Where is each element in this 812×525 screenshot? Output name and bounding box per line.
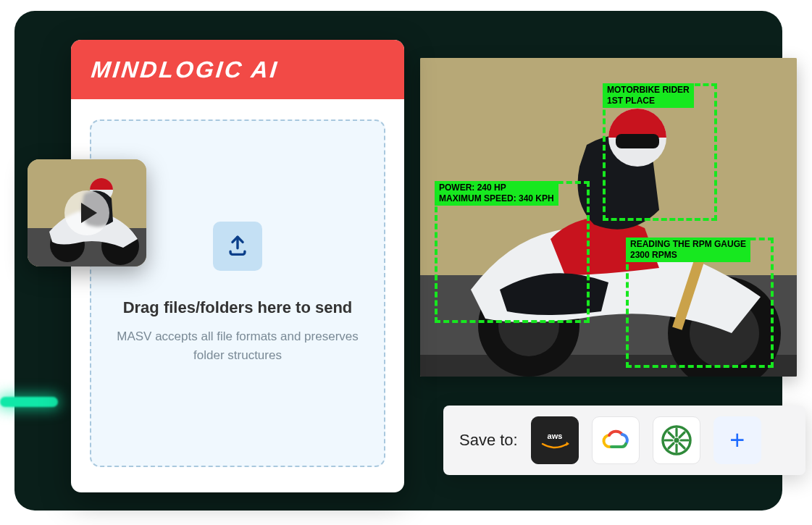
plus-icon: + — [729, 427, 745, 453]
svg-text:aws: aws — [547, 432, 562, 440]
dropzone-subtitle: MASV accepts all file formats and preser… — [113, 327, 362, 366]
cloud-provider-wasabi[interactable] — [653, 416, 700, 464]
add-provider-button[interactable]: + — [713, 416, 761, 464]
upload-card-body: Drag files/folders here to send MASV acc… — [71, 99, 404, 487]
upload-card-header: MINDLOGIC AI — [71, 40, 404, 99]
dropzone-title: Drag files/folders here to send — [123, 298, 353, 317]
video-thumbnail[interactable] — [28, 159, 146, 266]
detection-label-rpm: READING THE RPM GAUGE 2300 RPMS — [626, 238, 750, 262]
upload-icon-button[interactable] — [213, 222, 262, 271]
play-icon — [81, 203, 97, 223]
aws-icon: aws — [538, 429, 572, 451]
play-button[interactable] — [64, 190, 109, 235]
cloud-provider-google-cloud[interactable] — [592, 416, 640, 464]
cloud-provider-aws[interactable]: aws — [531, 416, 579, 464]
google-cloud-icon — [601, 428, 630, 453]
wasabi-icon — [661, 424, 692, 456]
upload-icon — [225, 234, 250, 259]
svg-point-17 — [674, 438, 679, 443]
accent-glow — [0, 397, 58, 407]
brand-title: MINDLOGIC AI — [90, 56, 280, 83]
save-to-bar: Save to: aws — [443, 406, 805, 475]
save-to-label: Save to: — [459, 431, 518, 450]
detection-label-power: POWER: 240 HP MAXIMUM SPEED: 340 KPH — [435, 181, 558, 206]
detection-label-rider: MOTORBIKE RIDER 1ST PLACE — [603, 83, 694, 108]
analyzed-image: MOTORBIKE RIDER 1ST PLACE POWER: 240 HP … — [420, 58, 797, 377]
